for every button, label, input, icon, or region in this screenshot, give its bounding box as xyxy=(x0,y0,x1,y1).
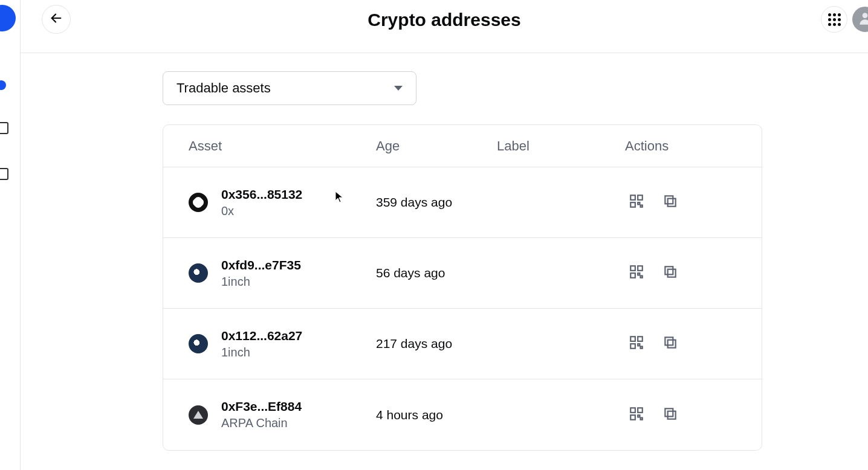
svg-rect-25 xyxy=(630,415,635,420)
table-row[interactable]: 0xfd9...e7F35 1inch 56 days ago xyxy=(163,238,762,309)
table-row[interactable]: 0x356...85132 0x 359 days ago xyxy=(163,167,762,238)
svg-rect-22 xyxy=(665,337,673,345)
svg-rect-15 xyxy=(665,266,673,274)
actions-cell xyxy=(625,335,788,352)
age-text: 56 days ago xyxy=(376,266,497,280)
svg-rect-28 xyxy=(668,411,676,419)
asset-icon-arpa xyxy=(189,405,208,425)
svg-rect-4 xyxy=(630,202,635,207)
address-text: 0x112...62a27 xyxy=(221,329,302,343)
svg-rect-17 xyxy=(638,336,643,341)
svg-rect-3 xyxy=(638,195,643,200)
svg-rect-7 xyxy=(668,199,676,207)
nav-dot-icon[interactable] xyxy=(0,80,6,90)
table-row[interactable]: 0x112...62a27 1inch 217 days ago xyxy=(163,309,762,379)
page-header: Crypto addresses xyxy=(21,0,868,53)
user-icon xyxy=(857,10,868,28)
qr-code-icon xyxy=(629,406,644,424)
chevron-down-icon xyxy=(394,86,403,91)
actions-cell xyxy=(625,265,788,282)
col-actions: Actions xyxy=(625,138,788,154)
svg-rect-23 xyxy=(630,408,635,413)
actions-cell xyxy=(625,407,788,423)
address-text: 0x356...85132 xyxy=(221,187,302,202)
copy-button[interactable] xyxy=(662,194,679,211)
asset-symbol: 1inch xyxy=(221,275,301,289)
address-text: 0xF3e...Ef884 xyxy=(221,399,302,414)
copy-icon xyxy=(662,193,678,211)
addresses-table: Asset Age Label Actions 0x356...85132 0x… xyxy=(163,124,762,451)
svg-rect-9 xyxy=(630,266,635,271)
asset-cell: 0x112...62a27 1inch xyxy=(189,329,376,359)
copy-button[interactable] xyxy=(662,407,679,423)
svg-rect-2 xyxy=(630,195,635,200)
asset-icon-0x xyxy=(189,193,208,212)
svg-rect-26 xyxy=(638,415,640,417)
svg-rect-18 xyxy=(630,344,635,349)
brand-logo[interactable] xyxy=(0,5,16,31)
asset-info: 0xF3e...Ef884 ARPA Chain xyxy=(221,399,302,430)
qr-code-button[interactable] xyxy=(628,407,645,423)
actions-cell xyxy=(625,194,788,211)
svg-rect-11 xyxy=(630,273,635,278)
svg-point-1 xyxy=(863,13,868,18)
col-label: Label xyxy=(497,138,625,154)
copy-icon xyxy=(662,406,678,424)
asset-symbol: 1inch xyxy=(221,346,302,359)
copy-icon xyxy=(662,335,678,353)
svg-rect-6 xyxy=(641,205,643,207)
svg-rect-12 xyxy=(638,273,640,275)
col-age: Age xyxy=(376,138,497,154)
asset-symbol: 0x xyxy=(221,204,302,218)
svg-rect-24 xyxy=(638,408,643,413)
content-area: Tradable assets Asset Age Label Actions … xyxy=(21,53,868,470)
svg-rect-10 xyxy=(638,266,643,271)
left-rail xyxy=(0,0,21,470)
asset-cell: 0xF3e...Ef884 ARPA Chain xyxy=(189,399,376,430)
svg-rect-8 xyxy=(665,196,673,204)
svg-rect-13 xyxy=(641,276,643,278)
table-row[interactable]: 0xF3e...Ef884 ARPA Chain 4 hours ago xyxy=(163,379,762,450)
address-text: 0xfd9...e7F35 xyxy=(221,258,301,272)
age-text: 359 days ago xyxy=(376,195,497,210)
asset-icon-1inch xyxy=(189,263,208,283)
qr-code-button[interactable] xyxy=(628,265,645,282)
svg-rect-14 xyxy=(668,269,676,277)
svg-rect-21 xyxy=(668,340,676,348)
qr-code-button[interactable] xyxy=(628,194,645,211)
svg-rect-29 xyxy=(665,408,673,416)
svg-rect-16 xyxy=(630,336,635,341)
nav-item-icon[interactable] xyxy=(0,122,8,134)
asset-cell: 0xfd9...e7F35 1inch xyxy=(189,258,376,289)
svg-rect-5 xyxy=(638,202,640,204)
asset-filter-value: Tradable assets xyxy=(177,80,271,96)
table-header-row: Asset Age Label Actions xyxy=(163,125,762,167)
copy-icon xyxy=(662,264,678,282)
asset-info: 0x112...62a27 1inch xyxy=(221,329,302,359)
copy-button[interactable] xyxy=(662,265,679,282)
qr-code-icon xyxy=(629,193,644,211)
page-title: Crypto addresses xyxy=(21,10,868,30)
asset-filter-select[interactable]: Tradable assets xyxy=(163,71,416,105)
nav-item-icon[interactable] xyxy=(0,168,8,180)
asset-cell: 0x356...85132 0x xyxy=(189,187,376,218)
svg-rect-20 xyxy=(641,347,643,349)
apps-grid-icon xyxy=(828,13,841,26)
asset-symbol: ARPA Chain xyxy=(221,416,302,430)
qr-code-icon xyxy=(629,264,644,282)
apps-button[interactable] xyxy=(821,6,847,33)
svg-rect-27 xyxy=(641,417,643,419)
asset-info: 0xfd9...e7F35 1inch xyxy=(221,258,301,289)
age-text: 4 hours ago xyxy=(376,408,497,422)
qr-code-icon xyxy=(629,335,644,353)
asset-icon-1inch xyxy=(189,334,208,353)
svg-rect-19 xyxy=(638,344,640,346)
copy-button[interactable] xyxy=(662,335,679,352)
age-text: 217 days ago xyxy=(376,336,497,351)
col-asset: Asset xyxy=(189,138,376,154)
asset-info: 0x356...85132 0x xyxy=(221,187,302,218)
qr-code-button[interactable] xyxy=(628,335,645,352)
